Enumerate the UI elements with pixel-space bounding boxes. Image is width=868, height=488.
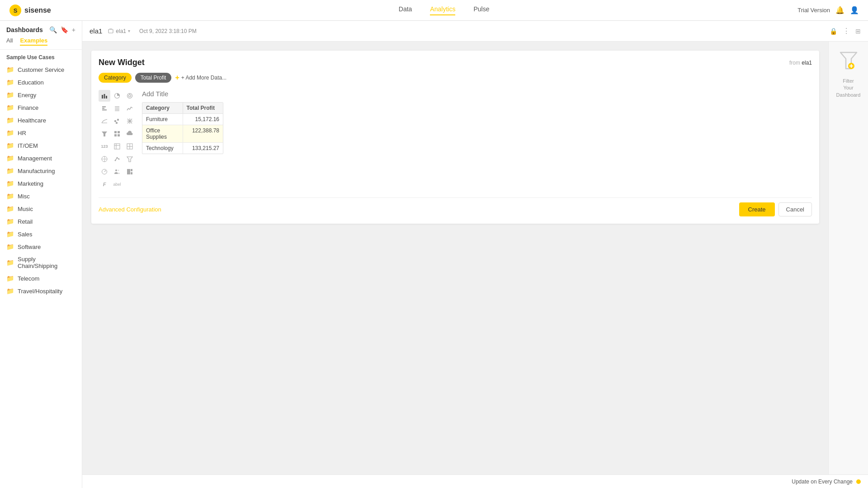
chart-icon-bar-h[interactable]: [99, 103, 110, 114]
cancel-button[interactable]: Cancel: [778, 202, 812, 216]
sidebar-item-education[interactable]: 📁 Education: [0, 76, 82, 89]
sidebar-item-retail[interactable]: 📁 Retail: [0, 215, 82, 228]
chart-icon-filter[interactable]: [124, 153, 136, 165]
sidebar-item-software[interactable]: 📁 Software: [0, 240, 82, 253]
nav-pulse[interactable]: Pulse: [473, 5, 489, 15]
chart-icon-funnel[interactable]: [99, 128, 110, 140]
nav-analytics[interactable]: Analytics: [430, 5, 455, 15]
chart-icon-treemap[interactable]: [124, 166, 136, 178]
advanced-config-link[interactable]: Advanced Configuration: [99, 206, 161, 213]
svg-rect-48: [131, 172, 132, 174]
table-cell-category-2: Technology: [142, 143, 183, 154]
create-button[interactable]: Create: [739, 202, 775, 216]
breadcrumb-label: ela1: [116, 28, 126, 34]
chart-icon-line[interactable]: [124, 103, 136, 114]
chart-icon-pie[interactable]: [124, 90, 136, 102]
chart-icon-pivot[interactable]: [124, 141, 136, 152]
chart-icon-people[interactable]: [111, 166, 123, 178]
chart-icon-scatter[interactable]: [111, 115, 123, 127]
sidebar-item-misc[interactable]: 📁 Misc: [0, 190, 82, 202]
widget-card: New Widget from ela1 Category Total Prof…: [91, 51, 819, 224]
svg-rect-12: [102, 109, 107, 111]
widget-title: New Widget: [99, 58, 145, 67]
sidebar-item-healthcare[interactable]: 📁 Healthcare: [0, 114, 82, 127]
chart-icon-number[interactable]: 123: [99, 141, 110, 152]
filter-big-icon: [840, 51, 858, 74]
sidebar-item-label: Finance: [18, 104, 38, 111]
sidebar-item-energy[interactable]: 📁 Energy: [0, 89, 82, 101]
sidebar-item-manufacturing[interactable]: 📁 Manufacturing: [0, 164, 82, 177]
pill-total-profit[interactable]: Total Profit: [135, 73, 172, 83]
folder-icon: 📁: [6, 259, 14, 266]
svg-rect-46: [127, 169, 130, 174]
update-bar-label: Update on Every Change: [792, 479, 853, 485]
dashboard-breadcrumb[interactable]: ela1 ▾: [108, 28, 130, 34]
add-more-data-label: + Add More Data...: [181, 75, 226, 81]
sidebar-item-sales[interactable]: 📁 Sales: [0, 228, 82, 240]
svg-rect-29: [118, 134, 120, 136]
pill-category[interactable]: Category: [99, 73, 132, 83]
tab-examples[interactable]: Examples: [20, 37, 47, 46]
breadcrumb-chevron-icon: ▾: [128, 28, 130, 33]
sidebar-item-telecom[interactable]: 📁 Telecom: [0, 272, 82, 285]
table-row: Office Supplies 122,388.78: [142, 125, 223, 143]
table-header-row: Category Total Profit: [142, 103, 223, 114]
bell-icon[interactable]: 🔔: [835, 6, 844, 14]
sidebar-item-hr[interactable]: 📁 HR: [0, 127, 82, 139]
svg-rect-30: [114, 144, 120, 149]
sidebar-item-finance[interactable]: 📁 Finance: [0, 101, 82, 114]
widget-preview-area: Category Total Profit Furniture 15,172.1…: [142, 90, 812, 190]
chart-icon-list[interactable]: [111, 103, 123, 114]
sidebar-item-music[interactable]: 📁 Music: [0, 202, 82, 215]
sidebar-item-marketing[interactable]: 📁 Marketing: [0, 177, 82, 190]
chart-icon-kpi[interactable]: [111, 153, 123, 165]
sidebar-header: Dashboards 🔍 🔖 +: [0, 21, 82, 37]
nav-data[interactable]: Data: [399, 5, 412, 15]
sidebar-item-customer-service[interactable]: 📁 Customer Service: [0, 63, 82, 76]
sidebar-item-travel[interactable]: 📁 Travel/Hospitality: [0, 285, 82, 297]
user-icon[interactable]: 👤: [850, 6, 859, 14]
sisense-logo-icon: S: [9, 4, 22, 17]
tab-all[interactable]: All: [6, 37, 13, 46]
title-input-area[interactable]: [142, 90, 812, 98]
sidebar-item-label: Travel/Hospitality: [18, 288, 62, 295]
nav-center: Data Analytics Pulse: [90, 5, 797, 15]
add-title-input[interactable]: [142, 90, 232, 98]
grid-icon[interactable]: ⊞: [855, 28, 861, 35]
sidebar-item-management[interactable]: 📁 Management: [0, 152, 82, 164]
chart-icon-text-label[interactable]: abel: [111, 178, 123, 190]
sidebar-item-label: Management: [18, 155, 52, 162]
table-cell-value-0: 15,172.16: [183, 114, 223, 125]
widget-panel: New Widget from ela1 Category Total Prof…: [82, 42, 828, 474]
chart-icon-map[interactable]: [99, 153, 110, 165]
chart-icon-crosstab[interactable]: [111, 141, 123, 152]
chart-icons-panel: 123: [99, 90, 135, 190]
folder-icon: 📁: [6, 180, 14, 187]
svg-point-39: [117, 157, 118, 159]
bookmark-icon[interactable]: 🔖: [61, 26, 68, 33]
add-more-data-btn[interactable]: + + Add More Data...: [175, 74, 226, 82]
search-icon[interactable]: 🔍: [49, 26, 57, 33]
chart-icon-table-alt[interactable]: [111, 128, 123, 140]
sidebar-item-itoem[interactable]: 📁 IT/OEM: [0, 139, 82, 152]
folder-icon: 📁: [6, 275, 14, 282]
more-options-icon[interactable]: ⋮: [843, 27, 850, 35]
chart-icon-text-f[interactable]: F: [99, 178, 110, 190]
chart-icon-cloud[interactable]: [124, 128, 136, 140]
lock-icon[interactable]: 🔒: [830, 28, 837, 35]
svg-rect-26: [114, 131, 117, 133]
chart-icon-indicator[interactable]: [99, 166, 110, 178]
svg-rect-19: [117, 119, 119, 121]
pill-total-profit-label: Total Profit: [141, 75, 166, 81]
chart-icon-bar2[interactable]: [111, 90, 123, 102]
folder-icon: 📁: [6, 230, 14, 238]
sidebar-item-supply-chain[interactable]: 📁 Supply Chain/Shipping: [0, 253, 82, 272]
dashboard-toolbar: ela1 ela1 ▾ Oct 9, 2022 3:18:10 PM 🔒 ⋮ ⊞: [82, 21, 868, 42]
add-icon[interactable]: +: [72, 26, 75, 33]
chart-icon-area[interactable]: [99, 115, 110, 127]
chart-icon-starburst[interactable]: [124, 115, 136, 127]
chart-icon-column[interactable]: [99, 90, 110, 102]
folder-icon: 📁: [6, 243, 14, 250]
folder-icon: 📁: [6, 218, 14, 225]
folder-icon: 📁: [6, 66, 14, 73]
